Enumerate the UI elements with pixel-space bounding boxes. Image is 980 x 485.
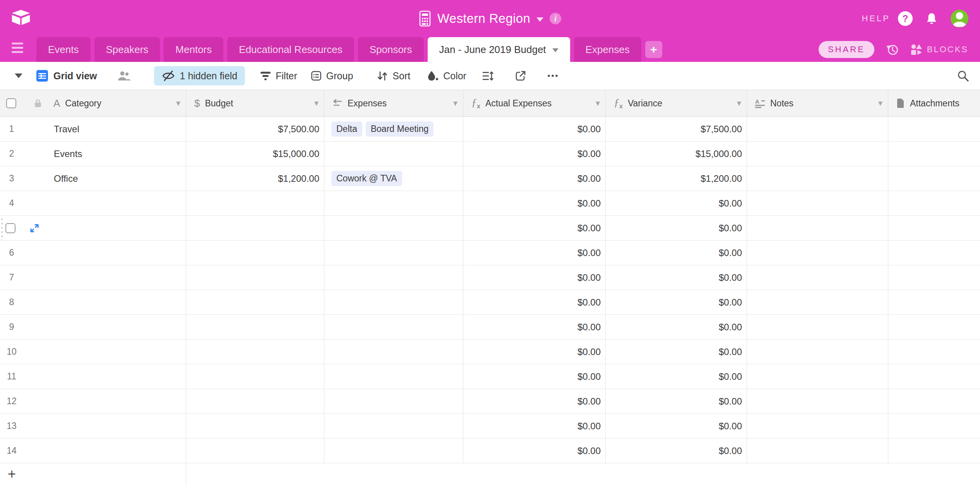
cell-notes[interactable] [747,241,888,265]
cell-variance[interactable]: $0.00 [606,315,747,339]
cell-category[interactable]: 7 [0,265,186,290]
cell-variance[interactable]: $0.00 [606,265,747,290]
tab-jan-june-2019-budget[interactable]: Jan - June 2019 Budget [428,37,570,62]
cell-attachments[interactable] [888,439,980,463]
cell-notes[interactable] [747,439,888,463]
cell-notes[interactable] [747,142,888,166]
cell-category[interactable]: 4 [0,191,186,215]
tab-educational-resources[interactable]: Educational Resources [227,37,354,62]
view-name[interactable]: Grid view [53,70,97,82]
add-table-button[interactable]: + [645,41,662,58]
cell-actual-expenses[interactable]: $0.00 [463,439,606,463]
hidden-fields-button[interactable]: 1 hidden field [154,66,245,85]
cell-budget[interactable] [186,241,324,265]
add-row-cell[interactable]: + [0,463,186,485]
share-button[interactable]: SHARE [819,41,874,58]
hamburger-menu-icon[interactable] [12,43,23,55]
cell-attachments[interactable] [888,315,980,339]
cell-attachments[interactable] [888,364,980,389]
notifications-bell-icon[interactable] [926,12,937,25]
cell-variance[interactable]: $7,500.00 [606,117,747,141]
table-row-14[interactable]: 14$0.00$0.00 [0,439,980,463]
cell-variance[interactable]: $0.00 [606,340,747,364]
search-icon[interactable] [957,70,970,82]
cell-notes[interactable] [747,290,888,314]
cell-budget[interactable]: $7,500.00 [186,117,324,141]
linked-record-chip[interactable]: Delta [331,121,362,137]
linked-record-chip[interactable]: Cowork @ TVA [331,171,402,186]
cell-expenses[interactable] [324,216,463,240]
cell-actual-expenses[interactable]: $0.00 [463,414,606,438]
cell-notes[interactable] [747,364,888,389]
cell-category[interactable]: 11 [0,364,186,389]
cell-notes[interactable] [747,265,888,290]
table-row-7[interactable]: 7$0.00$0.00 [0,265,980,290]
cell-actual-expenses[interactable]: $0.00 [463,117,606,141]
cell-expenses[interactable] [324,364,463,389]
table-row-4[interactable]: 4$0.00$0.00 [0,191,980,216]
cell-variance[interactable]: $0.00 [606,364,747,389]
cell-notes[interactable] [747,389,888,413]
linked-record-chip[interactable]: Board Meeting [366,121,434,137]
cell-budget[interactable] [186,290,324,314]
user-avatar[interactable] [951,10,968,27]
table-row-6[interactable]: 6$0.00$0.00 [0,241,980,265]
cell-actual-expenses[interactable]: $0.00 [463,265,606,290]
cell-variance[interactable]: $0.00 [606,389,747,413]
cell-budget[interactable] [186,216,324,240]
cell-actual-expenses[interactable]: $0.00 [463,315,606,339]
cell-actual-expenses[interactable]: $0.00 [463,216,606,240]
cell-actual-expenses[interactable]: $0.00 [463,166,606,191]
cell-variance[interactable]: $0.00 [606,241,747,265]
row-height-icon[interactable] [482,71,493,81]
base-title-group[interactable]: Western Region i [0,0,980,37]
cell-attachments[interactable] [888,290,980,314]
table-row-8[interactable]: 8$0.00$0.00 [0,290,980,315]
cell-notes[interactable] [747,117,888,141]
cell-actual-expenses[interactable]: $0.00 [463,142,606,166]
column-header-attachments[interactable]: Attachments [888,90,980,116]
cell-variance[interactable]: $0.00 [606,414,747,438]
help-question-icon[interactable]: ? [898,11,913,26]
column-header-expenses[interactable]: Expenses▾ [324,90,463,116]
cell-attachments[interactable] [888,241,980,265]
cell-budget[interactable] [186,191,324,215]
cell-category[interactable]: 3Office [0,166,186,191]
cell-attachments[interactable] [888,166,980,191]
table-row-1[interactable]: 1Travel$7,500.00DeltaBoard Meeting$0.00$… [0,117,980,142]
base-menu-caret-icon[interactable] [536,17,543,22]
cell-notes[interactable] [747,414,888,438]
tab-speakers[interactable]: Speakers [94,37,160,62]
cell-category[interactable]: 14 [0,439,186,463]
field-menu-caret-icon[interactable]: ▾ [737,98,741,108]
cell-budget[interactable] [186,414,324,438]
column-header-variance[interactable]: ƒxVariance▾ [606,90,747,116]
more-options-icon[interactable] [547,74,559,78]
field-menu-caret-icon[interactable]: ▾ [878,98,882,108]
cell-budget[interactable]: $1,200.00 [186,166,324,191]
cell-budget[interactable] [186,265,324,290]
cell-expenses[interactable] [324,241,463,265]
cell-category[interactable]: 12 [0,389,186,413]
table-row-11[interactable]: 11$0.00$0.00 [0,364,980,389]
tab-mentors[interactable]: Mentors [164,37,223,62]
field-menu-caret-icon[interactable]: ▾ [596,98,600,108]
cell-attachments[interactable] [888,142,980,166]
cell-actual-expenses[interactable]: $0.00 [463,389,606,413]
cell-expenses[interactable] [324,340,463,364]
cell-budget[interactable] [186,439,324,463]
cell-category[interactable]: 6 [0,241,186,265]
cell-attachments[interactable] [888,265,980,290]
group-button[interactable]: Group [311,70,353,82]
column-header-budget[interactable]: $Budget▾ [186,90,324,116]
cell-category[interactable]: 9 [0,315,186,339]
cell-actual-expenses[interactable]: $0.00 [463,191,606,215]
help-button[interactable]: HELP [862,14,890,24]
tab-events[interactable]: Events [36,37,91,62]
table-row-12[interactable]: 12$0.00$0.00 [0,389,980,414]
cell-expenses[interactable] [324,315,463,339]
cell-variance[interactable]: $0.00 [606,216,747,240]
cell-attachments[interactable] [888,117,980,141]
share-view-icon[interactable] [515,70,526,81]
cell-notes[interactable] [747,340,888,364]
